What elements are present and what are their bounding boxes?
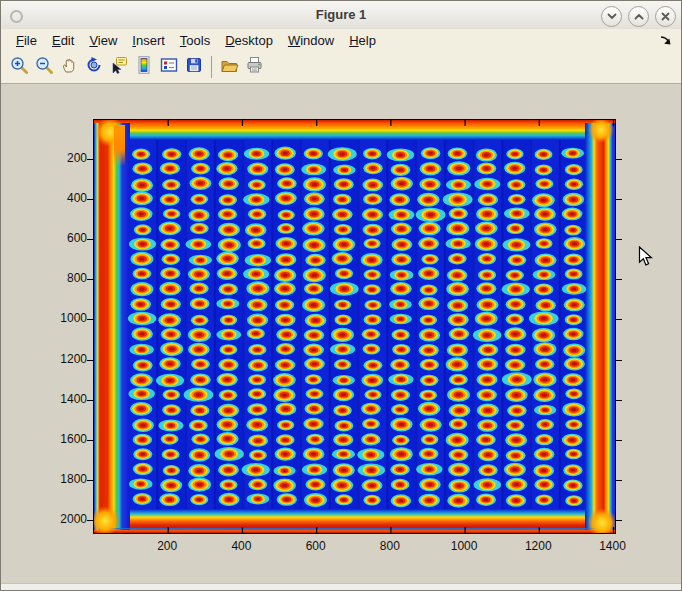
y-tick-mark	[87, 239, 93, 240]
y-tick-mark	[616, 319, 622, 320]
close-window-button[interactable]	[655, 6, 676, 27]
y-tick-mark	[616, 199, 622, 200]
rotate-3d-button[interactable]	[81, 54, 106, 80]
x-tick-label: 1000	[442, 540, 486, 553]
x-tick-label: 800	[368, 540, 412, 553]
y-tick-label: 1200	[43, 353, 87, 366]
titlebar[interactable]: Figure 1	[1, 1, 681, 30]
y-tick-label: 2000	[43, 513, 87, 526]
window-title: Figure 1	[1, 7, 681, 22]
y-tick-mark	[616, 480, 622, 481]
y-tick-label: 1600	[43, 433, 87, 446]
pan-hand-icon	[60, 56, 78, 78]
y-tick-mark	[87, 279, 93, 280]
y-tick-mark	[87, 199, 93, 200]
y-tick-mark	[616, 400, 622, 401]
colorbar-button[interactable]	[131, 54, 156, 80]
print-figure-button[interactable]	[242, 54, 267, 80]
chevron-up-icon	[634, 13, 644, 20]
menubar: FileEditViewInsertToolsDesktopWindowHelp	[1, 29, 681, 51]
y-tick-mark	[616, 239, 622, 240]
y-tick-mark	[616, 520, 622, 521]
figure-area: Retry Continue / Finish 2004006008001000…	[1, 84, 681, 590]
y-tick-label: 400	[43, 192, 87, 205]
x-tick-label: 600	[294, 540, 338, 553]
figure-window: Figure 1 FileEditViewInsertToolsDesktopW…	[0, 0, 682, 591]
y-tick-label: 600	[43, 232, 87, 245]
menu-edit[interactable]: Edit	[52, 33, 74, 48]
zoom-in-icon	[10, 56, 28, 78]
zoom-in-button[interactable]	[6, 54, 31, 80]
y-tick-mark	[616, 360, 622, 361]
data-cursor-button[interactable]	[106, 54, 131, 80]
y-tick-mark	[87, 400, 93, 401]
x-tick-label: 1200	[516, 540, 560, 553]
save-figure-button[interactable]	[181, 54, 206, 80]
save-icon	[185, 56, 203, 78]
unshade-window-button[interactable]	[628, 6, 649, 27]
y-tick-mark	[87, 159, 93, 160]
x-tick-label: 200	[145, 540, 189, 553]
chevron-down-icon	[607, 13, 617, 20]
y-tick-mark	[87, 440, 93, 441]
toolbar-separator	[211, 56, 212, 78]
menubar-items: FileEditViewInsertToolsDesktopWindowHelp	[1, 33, 376, 48]
shade-window-button[interactable]	[601, 6, 622, 27]
y-tick-label: 1400	[43, 393, 87, 406]
menu-view[interactable]: View	[89, 33, 117, 48]
y-tick-mark	[87, 319, 93, 320]
mouse-cursor-icon	[638, 246, 653, 271]
y-tick-label: 1800	[43, 473, 87, 486]
insert-legend-button[interactable]	[156, 54, 181, 80]
y-tick-label: 800	[43, 272, 87, 285]
y-tick-mark	[616, 279, 622, 280]
menu-tools[interactable]: Tools	[180, 33, 210, 48]
dock-figure-arrow-icon[interactable]	[659, 33, 673, 51]
zoom-out-icon	[35, 56, 53, 78]
open-folder-icon	[220, 56, 239, 78]
menu-insert[interactable]: Insert	[132, 33, 165, 48]
legend-icon	[160, 56, 178, 78]
menu-window[interactable]: Window	[288, 33, 334, 48]
close-icon	[661, 12, 670, 21]
y-tick-mark	[87, 360, 93, 361]
y-tick-mark	[87, 520, 93, 521]
open-file-button[interactable]	[217, 54, 242, 80]
x-tick-label: 1400	[591, 540, 635, 553]
menu-help[interactable]: Help	[349, 33, 376, 48]
figure-toolbar	[1, 51, 681, 84]
zoom-out-button[interactable]	[31, 54, 56, 80]
y-tick-mark	[87, 480, 93, 481]
data-cursor-icon	[110, 56, 128, 78]
menu-file[interactable]: File	[16, 33, 37, 48]
pan-button[interactable]	[56, 54, 81, 80]
y-tick-mark	[616, 440, 622, 441]
colorbar-icon	[135, 56, 153, 78]
x-tick-label: 400	[219, 540, 263, 553]
rotate-3d-icon	[85, 56, 103, 78]
window-bottom-edge	[1, 583, 681, 590]
menu-desktop[interactable]: Desktop	[225, 33, 273, 48]
heatmap-image	[93, 119, 616, 534]
y-tick-label: 1000	[43, 312, 87, 325]
print-icon	[245, 56, 264, 78]
y-tick-label: 200	[43, 152, 87, 165]
y-tick-mark	[616, 159, 622, 160]
